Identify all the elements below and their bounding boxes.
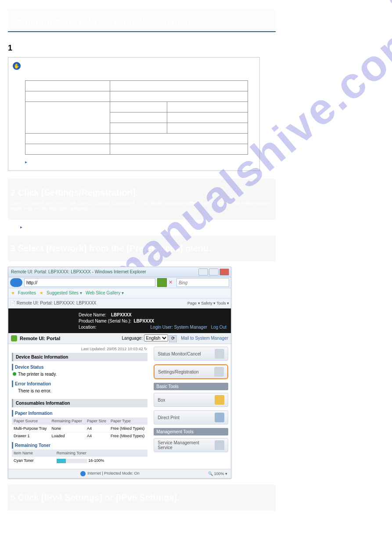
sms-button[interactable]: Service Management Service [154,438,228,452]
refresh-icon[interactable]: ↻ [144,347,147,351]
portal-title: Remote UI: Portal [20,336,122,341]
minimize-icon[interactable] [198,268,208,276]
favorites-bar: ★ Favorites ★ Suggested Sites ▾ Web Slic… [8,288,231,298]
mgmt-tools-header: Management Tools [154,428,228,435]
box-icon [215,395,224,405]
favorites-label[interactable]: Favorites [18,290,36,295]
important-label: IMPORTANT [25,63,53,69]
browser-tab[interactable]: 📄 Remote UI: Portal: LBPXXXX: LBPXXXX [10,298,97,308]
direct-print-button[interactable]: Direct Print [154,410,228,424]
mail-link[interactable]: Mail to System Manager [181,336,228,341]
browser-screenshot: Remote UI: Portal: LBPXXXX: LBPXXXX - Wi… [8,267,231,479]
language-label: Language: [122,336,143,341]
table-row: Cyan Toner 16-100% [12,457,147,464]
search-input[interactable] [176,278,229,287]
step2-sub: Select [English], and then click [Switch… [11,200,273,211]
step2-num: 2 [11,188,15,197]
address-bar-row: ✕ [8,277,231,288]
gear-icon [214,367,224,377]
login-user: Login User: System Manager [151,325,208,330]
stop-icon[interactable]: ✕ [169,279,175,286]
basic-tools-header: Basic Tools [154,383,228,390]
globe-icon [80,471,86,476]
eye-icon [215,349,224,359]
step2-text: Click [Settings/Registration]. [18,188,138,197]
toner-bar [57,459,87,463]
hand-icon: ✋ [13,62,21,70]
address-input[interactable] [24,278,155,287]
language-select[interactable]: English [144,334,168,341]
maximize-icon[interactable] [209,268,219,276]
arrow-icon: ▸ [20,225,22,229]
toner-table: Item NameRemaining Toner Cyan Toner 16-1… [12,450,147,464]
portal-icon [11,335,17,341]
step5-num: 5 [11,493,15,502]
important-note: ✋ IMPORTANT About the characters which c… [8,57,260,171]
suggested-sites-link[interactable]: Suggested Sites [47,290,79,295]
status-dot-icon [13,372,16,376]
start-remote-ui-link[interactable]: "Starting the Remote UI" [29,159,81,164]
step5-text: Click [IPv4 Settings] or [IPv6 Settings]… [18,493,180,502]
table-row: Multi-Purpose TrayNoneA4Free (Mixed Type… [12,425,147,432]
go-button[interactable] [157,278,167,287]
switch-lang-button[interactable]: ⟳ [169,335,177,342]
screen-layout-link[interactable]: Please see "Screen Layout of the Remote … [24,224,274,229]
back-button[interactable] [10,278,22,287]
device-header: Device Name: LBPXXXX Product Name (Seria… [8,308,231,333]
ie-tools[interactable]: Page ▾ Safety ▾ Tools ▾ [187,298,229,308]
step1-num: 1 [8,44,12,52]
close-icon[interactable] [219,268,229,276]
star-icon: ★ [11,290,15,295]
arrow-icon: ▸ [25,160,27,164]
printer-ready-status: The printer is ready. [12,370,147,378]
web-slice-link[interactable]: Web Slice Gallery [86,290,120,295]
window-titlebar: Remote UI: Portal: LBPXXXX: LBPXXXX - Wi… [8,267,231,277]
no-error-text: There is no error. [12,387,147,395]
toner-header: Remaining Toner [12,442,147,449]
error-info-header: Error Information [12,381,147,387]
device-status-header: Device Status [12,364,147,370]
status-monitor-button[interactable]: Status Monitor/Cancel [154,347,228,361]
printer-icon [215,413,224,422]
service-icon [215,440,224,450]
table-row: Drawer 1LoadedA4Free (Mixed Types) [12,432,147,440]
box-button[interactable]: Box [154,393,228,407]
device-basic-info-header: Device Basic Information [12,353,147,361]
paper-table: Paper SourceRemaining PaperPaper SizePap… [12,417,147,439]
paper-info-header: Paper Information [12,410,147,417]
consumables-header: Consumables Information [12,399,147,407]
star-icon: ★ [40,290,43,295]
logout-link[interactable]: Log Out [211,325,227,330]
note-heading: About the characters which can be entere… [25,73,255,79]
step1-text: Start the Remote UI, and then log in as … [14,44,215,52]
step3-text: Select [Network] from the [Preferences] … [18,243,211,253]
ie-status-bar: Internet | Protected Mode: On 🔍 100% ▾ [8,469,231,478]
char-table: [Host Name]Up to 47 alphanumeric charact… [25,80,248,155]
page-title: Configuring the DNS Server (DNS Settings… [8,9,276,32]
settings-registration-button[interactable]: Settings/Registration [154,364,228,379]
step3-num: 3 [11,243,15,253]
last-updated: Last Updated: 29/05 2012 10:03:42 ↻ [12,347,147,351]
